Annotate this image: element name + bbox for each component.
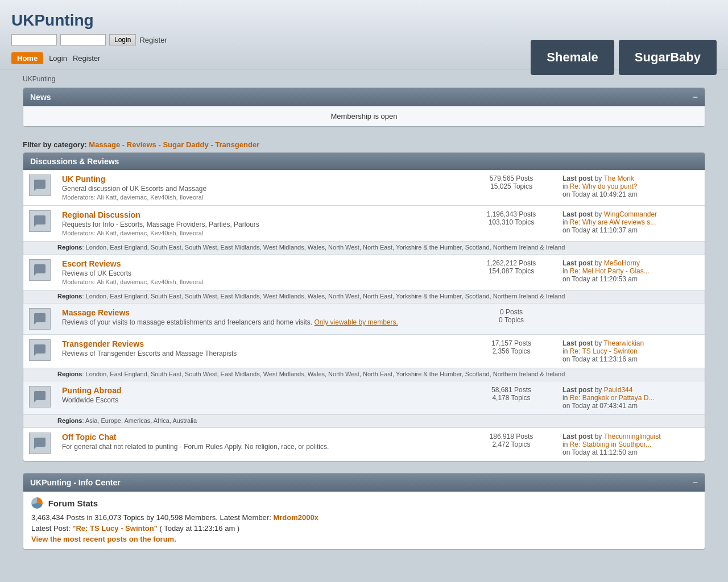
table-row: UK Punting General discussion of UK Esco… bbox=[23, 170, 705, 206]
forum-desc: General discussion of UK Escorts and Mas… bbox=[62, 185, 460, 193]
forum-icon bbox=[29, 259, 51, 281]
lastpost-user[interactable]: WingCommander bbox=[604, 210, 657, 218]
forum-stats-cell: 17,157 Posts 2,356 Topics bbox=[466, 335, 557, 368]
forum-icon bbox=[29, 308, 51, 330]
home-nav-button[interactable]: Home bbox=[11, 52, 43, 64]
forum-title-transgender-reviews[interactable]: Transgender Reviews bbox=[62, 339, 144, 348]
massage-members-link[interactable]: Only viewable by members. bbox=[315, 318, 398, 326]
forum-icon bbox=[29, 433, 51, 454]
forum-mods: Moderators: Ali Katt, daviemac, Kev40ish… bbox=[62, 194, 460, 201]
login-nav-link[interactable]: Login bbox=[49, 54, 67, 63]
forum-icon bbox=[29, 174, 51, 196]
forum-title-punting-abroad[interactable]: Punting Abroad bbox=[62, 386, 121, 395]
forum-topics: 2,356 Topics bbox=[471, 347, 551, 355]
password-input[interactable] bbox=[60, 34, 106, 45]
table-row: Escort Reviews Reviews of UK Escorts Mod… bbox=[23, 255, 705, 290]
register-link-top[interactable]: Register bbox=[139, 36, 167, 44]
regions-row: Regions: London, East England, South Eas… bbox=[23, 368, 705, 381]
stats-text: 3,463,434 Posts in 316,073 Topics by 140… bbox=[31, 513, 271, 522]
forum-title-regional[interactable]: Regional Discussion bbox=[62, 210, 140, 219]
lastpost-date: on Today at 11:20:53 am bbox=[562, 275, 638, 283]
table-row: Transgender Reviews Reviews of Transgend… bbox=[23, 335, 705, 368]
lastpost-user[interactable]: MeSoHorny bbox=[604, 259, 640, 267]
regions-row: Regions: Asia, Europe, Americas, Africa,… bbox=[23, 415, 705, 428]
filter-sugar-daddy[interactable]: Sugar Daddy bbox=[163, 140, 208, 149]
lastpost-title[interactable]: Re: Mel Hot Party - Glas... bbox=[570, 267, 650, 275]
table-row: Massage Reviews Reviews of your visits t… bbox=[23, 304, 705, 335]
forum-lastpost-cell bbox=[557, 304, 705, 335]
forum-mods: Moderators: Ali Katt, daviemac, Kev40ish… bbox=[62, 278, 460, 285]
discussions-section-title: Discussions & Reviews bbox=[30, 157, 119, 166]
lastpost-user[interactable]: Pauld344 bbox=[604, 386, 633, 394]
forum-icon-cell bbox=[23, 255, 56, 290]
forum-posts: 58,681 Posts bbox=[471, 386, 551, 394]
table-row: Regional Discussion Requests for Info - … bbox=[23, 206, 705, 242]
info-center-collapse-icon[interactable]: – bbox=[693, 477, 698, 488]
forum-desc: Reviews of UK Escorts bbox=[62, 269, 460, 277]
forum-title-off-topic-chat[interactable]: Off Topic Chat bbox=[62, 433, 116, 442]
forum-icon-cell bbox=[23, 381, 56, 415]
forum-topics: 0 Topics bbox=[471, 316, 551, 324]
forum-icon-cell bbox=[23, 428, 56, 462]
forum-icon-cell bbox=[23, 304, 56, 335]
lastpost-date: on Today at 07:43:41 am bbox=[562, 402, 638, 410]
forum-info-cell: Transgender Reviews Reviews of Transgend… bbox=[56, 335, 466, 368]
breadcrumb-home-link[interactable]: UKPunting bbox=[23, 75, 55, 83]
lastpost-date: on Today at 11:23:16 am bbox=[562, 355, 638, 363]
filter-reviews[interactable]: Reviews bbox=[127, 140, 156, 149]
news-section-title: News bbox=[30, 93, 51, 102]
forum-title-uk-punting[interactable]: UK Punting bbox=[62, 174, 105, 184]
latest-post-date: ( Today at 11:23:16 am ) bbox=[159, 524, 239, 533]
forum-posts: 17,157 Posts bbox=[471, 339, 551, 347]
info-center-section: UKPunting - Info Center – Forum Stats 3,… bbox=[23, 473, 705, 550]
forum-lastpost-cell: Last post by WingCommander in Re: Why ar… bbox=[557, 206, 705, 242]
filter-massage[interactable]: Massage bbox=[89, 140, 120, 149]
forum-table: UK Punting General discussion of UK Esco… bbox=[23, 170, 705, 461]
forum-topics: 2,472 Topics bbox=[471, 440, 551, 448]
lastpost-user[interactable]: Thecunninglinguist bbox=[603, 433, 660, 440]
lastpost-title[interactable]: Re: Bangkok or Pattaya D... bbox=[570, 394, 655, 402]
lastpost-title[interactable]: Re: TS Lucy - Swinton bbox=[570, 347, 638, 355]
news-collapse-icon[interactable]: – bbox=[693, 92, 698, 102]
lastpost-date: on Today at 11:10:37 am bbox=[562, 226, 638, 234]
regions-cell: Regions: London, East England, South Eas… bbox=[23, 290, 705, 304]
lastpost-title[interactable]: Re: Stabbing in Southpor... bbox=[570, 440, 651, 448]
lastpost-date: on Today at 10:49:21 am bbox=[562, 190, 638, 198]
forum-mods: Moderators: Ali Katt, daviemac, Kev40ish… bbox=[62, 230, 460, 236]
forum-stats-cell: 1,262,212 Posts 154,087 Topics bbox=[466, 255, 557, 290]
regions-row: Regions: London, East England, South Eas… bbox=[23, 242, 705, 255]
regions-cell: Regions: London, East England, South Eas… bbox=[23, 242, 705, 255]
forum-topics: 154,087 Topics bbox=[471, 267, 551, 275]
register-nav-link[interactable]: Register bbox=[73, 54, 100, 63]
forum-stats-icon bbox=[31, 497, 43, 509]
forum-title-escort-reviews[interactable]: Escort Reviews bbox=[62, 259, 121, 268]
forum-info-cell: Massage Reviews Reviews of your visits t… bbox=[56, 304, 466, 335]
forum-lastpost-cell: Last post by MeSoHorny in Re: Mel Hot Pa… bbox=[557, 255, 705, 290]
login-button[interactable]: Login bbox=[109, 34, 136, 45]
forum-lastpost-cell: Last post by Thearwickian in Re: TS Lucy… bbox=[557, 335, 705, 368]
forum-posts: 1,262,212 Posts bbox=[471, 259, 551, 267]
forum-icon bbox=[29, 386, 51, 408]
breadcrumb: UKPunting bbox=[23, 75, 705, 83]
lastpost-user[interactable]: Thearwickian bbox=[603, 339, 644, 347]
latest-member-link[interactable]: Mrdom2000x bbox=[273, 513, 318, 522]
regions-cell: Regions: London, East England, South Eas… bbox=[23, 368, 705, 381]
latest-post-title-link[interactable]: "Re: TS Lucy - Swinton" bbox=[72, 524, 158, 533]
filter-transgender[interactable]: Transgender bbox=[215, 140, 259, 149]
forum-desc: Reviews of your visits to massage establ… bbox=[62, 318, 460, 326]
filter-bar: Filter by category: Massage - Reviews - … bbox=[23, 136, 705, 152]
info-center-title: UKPunting - Info Center bbox=[30, 478, 121, 487]
forum-stats-cell: 579,565 Posts 15,025 Topics bbox=[466, 170, 557, 206]
lastpost-user[interactable]: The Monk bbox=[603, 174, 634, 182]
forum-title-massage-reviews[interactable]: Massage Reviews bbox=[62, 308, 130, 317]
forum-stats-cell: 1,196,343 Posts 103,310 Topics bbox=[466, 206, 557, 242]
forum-posts: 1,196,343 Posts bbox=[471, 210, 551, 218]
username-input[interactable] bbox=[11, 34, 57, 45]
lastpost-title[interactable]: Re: Why do you punt? bbox=[570, 182, 638, 190]
forum-posts: 186,918 Posts bbox=[471, 433, 551, 440]
latest-post-label: Latest Post: bbox=[31, 524, 71, 533]
lastpost-title[interactable]: Re: Why are AW reviews s... bbox=[570, 218, 656, 226]
forum-info-cell: Off Topic Chat For general chat not rela… bbox=[56, 428, 466, 462]
table-row: Off Topic Chat For general chat not rela… bbox=[23, 428, 705, 462]
view-recent-link[interactable]: View the most recent posts on the forum. bbox=[31, 535, 176, 543]
